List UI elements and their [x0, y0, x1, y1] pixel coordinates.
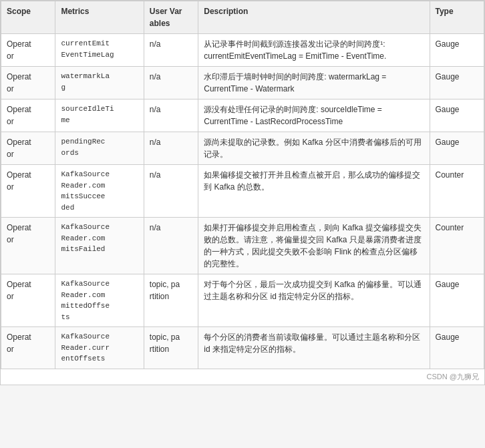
cell-type: Gauge: [430, 274, 484, 327]
cell-type: Gauge: [430, 327, 484, 369]
cell-description: 水印滞后于墙时钟时间的时间跨度: watermarkLag = CurrentT…: [198, 67, 430, 99]
cell-uservars: n/a: [144, 218, 198, 274]
header-uservars: User Varables: [144, 1, 198, 34]
cell-uservars: n/a: [144, 165, 198, 218]
cell-type: Gauge: [430, 34, 484, 67]
metrics-table: Scope Metrics User Varables Description …: [1, 1, 484, 369]
table-row: OperatorKafkaSourceReader.commitsSucceed…: [1, 165, 484, 218]
cell-scope: Operator: [1, 274, 55, 327]
cell-uservars: topic, partition: [144, 274, 198, 327]
cell-description: 从记录事件时间截到源连接器发出记录的时间跨度¹: currentEmitEven…: [198, 34, 430, 67]
header-description: Description: [198, 1, 430, 34]
table-row: OperatorcurrentEmitEventTimeLagn/a从记录事件时…: [1, 34, 484, 67]
cell-scope: Operator: [1, 132, 55, 165]
header-type: Type: [430, 1, 484, 34]
cell-type: Gauge: [430, 132, 484, 165]
cell-description: 每个分区的消费者当前读取偏移量。可以通过主题名称和分区 id 来指定特定分区的指…: [198, 327, 430, 369]
cell-uservars: n/a: [144, 132, 198, 165]
cell-metrics: currentEmitEventTimeLag: [55, 34, 144, 67]
cell-uservars: n/a: [144, 67, 198, 99]
cell-type: Gauge: [430, 99, 484, 132]
cell-uservars: topic, partition: [144, 327, 198, 369]
cell-description: 如果偏移提交被打开并且检查点被开启，那么成功的偏移提交到 Kafka 的总数。: [198, 165, 430, 218]
cell-metrics: watermarkLag: [55, 67, 144, 99]
table-header-row: Scope Metrics User Varables Description …: [1, 1, 484, 34]
table-row: OperatorKafkaSourceReader.currentOffsets…: [1, 327, 484, 369]
cell-metrics: KafkaSourceReader.committedOffsets: [55, 274, 144, 327]
header-metrics: Metrics: [55, 1, 144, 34]
cell-type: Counter: [430, 165, 484, 218]
cell-scope: Operator: [1, 327, 55, 369]
cell-scope: Operator: [1, 218, 55, 274]
cell-metrics: sourceIdleTime: [55, 99, 144, 132]
cell-metrics: KafkaSourceReader.commitsFailed: [55, 218, 144, 274]
cell-scope: Operator: [1, 67, 55, 99]
table-row: OperatorsourceIdleTimen/a源没有处理任何记录的时间跨度:…: [1, 99, 484, 132]
cell-type: Counter: [430, 218, 484, 274]
cell-uservars: n/a: [144, 34, 198, 67]
cell-metrics: pendingRecords: [55, 132, 144, 165]
table-row: OperatorpendingRecordsn/a源尚未提取的记录数。例如 Ka…: [1, 132, 484, 165]
cell-scope: Operator: [1, 99, 55, 132]
cell-metrics: KafkaSourceReader.currentOffsets: [55, 327, 144, 369]
header-scope: Scope: [1, 1, 55, 34]
watermark: CSDN @九狮兄: [1, 369, 484, 385]
cell-metrics: KafkaSourceReader.commitsSucceeded: [55, 165, 144, 218]
cell-description: 源尚未提取的记录数。例如 Kafka 分区中消费者偏移后的可用记录。: [198, 132, 430, 165]
cell-scope: Operator: [1, 34, 55, 67]
cell-description: 如果打开偏移提交并启用检查点，则向 Kafka 提交偏移提交失败的总数。请注意，…: [198, 218, 430, 274]
main-container: Scope Metrics User Varables Description …: [0, 0, 485, 385]
table-row: OperatorKafkaSourceReader.commitsFailedn…: [1, 218, 484, 274]
table-row: OperatorKafkaSourceReader.committedOffse…: [1, 274, 484, 327]
cell-description: 源没有处理任何记录的时间跨度: sourceIdleTime = Current…: [198, 99, 430, 132]
cell-type: Gauge: [430, 67, 484, 99]
cell-uservars: n/a: [144, 99, 198, 132]
table-row: OperatorwatermarkLagn/a水印滞后于墙时钟时间的时间跨度: …: [1, 67, 484, 99]
cell-description: 对于每个分区，最后一次成功提交到 Kafka 的偏移量。可以通过主题名称和分区 …: [198, 274, 430, 327]
cell-scope: Operator: [1, 165, 55, 218]
